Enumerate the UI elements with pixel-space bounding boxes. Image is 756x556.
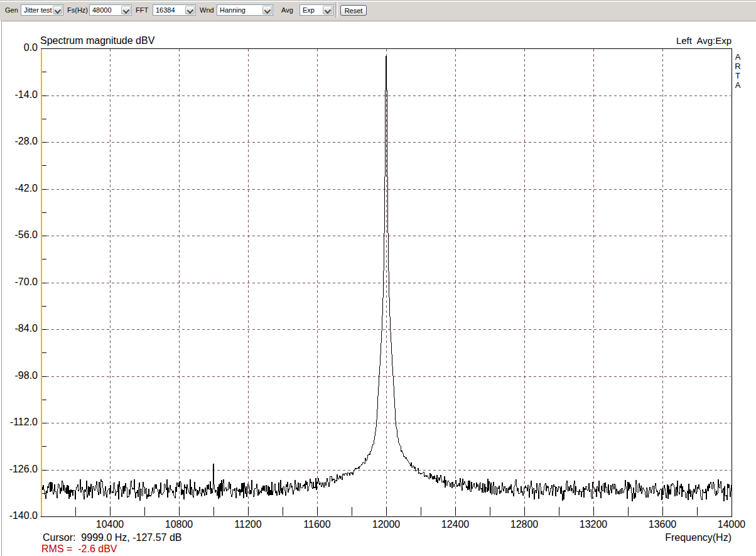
svg-text:-140.0: -140.0 [9, 510, 38, 521]
svg-text:-98.0: -98.0 [15, 370, 38, 381]
svg-text:-112.0: -112.0 [10, 417, 38, 427]
svg-text:13600: 13600 [649, 519, 677, 530]
rms-readout: RMS = -2.6 dBV [41, 543, 117, 555]
svg-text:-14.0: -14.0 [15, 89, 38, 100]
plot-title: Spectrum magnitude dBV [40, 35, 154, 46]
svg-text:13200: 13200 [580, 519, 608, 530]
svg-text:-84.0: -84.0 [15, 323, 38, 334]
arta-watermark: A R T A [733, 52, 742, 90]
svg-text:-70.0: -70.0 [15, 276, 38, 287]
svg-text:-42.0: -42.0 [15, 183, 38, 194]
svg-text:12400: 12400 [441, 519, 470, 530]
spectrum-plot[interactable]: 1040010800112001160012000124001280013200… [0, 0, 756, 556]
svg-text:14000: 14000 [718, 519, 746, 530]
x-axis-title: Frequency(Hz) [665, 532, 732, 543]
svg-text:-126.0: -126.0 [9, 464, 38, 474]
svg-text:10800: 10800 [165, 519, 193, 530]
svg-text:-28.0: -28.0 [15, 136, 38, 146]
svg-text:11200: 11200 [234, 519, 261, 530]
channel-info: Left Avg:Exp [676, 35, 732, 46]
svg-text:12000: 12000 [372, 519, 401, 530]
svg-text:-56.0: -56.0 [15, 229, 38, 240]
cursor-readout: Cursor: 9999.0 Hz, -127.57 dB [43, 532, 181, 543]
svg-text:11600: 11600 [303, 519, 330, 530]
svg-text:12800: 12800 [510, 519, 539, 530]
svg-text:0.0: 0.0 [24, 42, 38, 53]
svg-text:10400: 10400 [96, 519, 124, 530]
